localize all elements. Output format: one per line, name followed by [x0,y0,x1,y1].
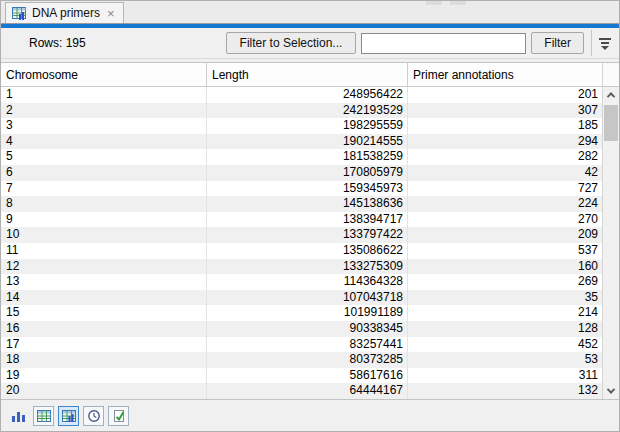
cell-length: 107043718 [207,290,408,306]
tab-bar: DNA primers × [1,1,619,23]
element-info-view-icon[interactable] [108,406,129,426]
dna-primers-table-window: DNA primers × Rows: 195 Filter to Select… [0,0,620,432]
cell-length: 101991189 [207,305,408,321]
table-row[interactable]: 18 80373285 53 [1,352,602,368]
tab-title: DNA primers [32,6,100,20]
cell-primer-annotations: 269 [408,274,602,290]
table-row[interactable]: 15 101991189 214 [1,305,602,321]
cell-primer-annotations: 128 [408,321,602,337]
column-header-length[interactable]: Length [207,63,408,86]
cell-length: 159345973 [207,181,408,197]
advanced-filter-icon[interactable] [597,36,613,51]
cell-primer-annotations: 294 [408,134,602,150]
cell-chromosome: 11 [1,243,207,259]
cell-primer-annotations: 209 [408,227,602,243]
table-row[interactable]: 13 114364328 269 [1,274,602,290]
table-row[interactable]: 9 138394717 270 [1,212,602,228]
table-row[interactable]: 2 242193529 307 [1,103,602,119]
cropped-toolbar-icons [426,1,466,5]
cell-primer-annotations: 42 [408,165,602,181]
cell-length: 80373285 [207,352,408,368]
filter-to-selection-button[interactable]: Filter to Selection... [226,32,357,54]
chevron-down-icon [607,385,615,393]
table-row[interactable]: 6 170805979 42 [1,165,602,181]
cell-chromosome: 17 [1,337,207,353]
cell-chromosome: 10 [1,227,207,243]
cell-chromosome: 19 [1,368,207,384]
table-row[interactable]: 17 83257441 452 [1,337,602,353]
cell-primer-annotations: 307 [408,103,602,119]
filter-button[interactable]: Filter [531,32,584,54]
table-row[interactable]: 11 135086622 537 [1,243,602,259]
filter-input[interactable] [361,33,526,54]
tab-dna-primers[interactable]: DNA primers × [5,2,124,23]
table-body: 1 248956422 201 2 242193529 307 3 198295… [1,87,602,399]
cell-length: 135086622 [207,243,408,259]
cell-length: 170805979 [207,165,408,181]
cell-length: 64444167 [207,383,408,399]
cell-length: 83257441 [207,337,408,353]
scrollbar-thumb[interactable] [604,105,618,141]
history-view-icon[interactable] [83,406,104,426]
cell-length: 181538259 [207,149,408,165]
cell-chromosome: 2 [1,103,207,119]
cell-primer-annotations: 214 [408,305,602,321]
cell-length: 190214555 [207,134,408,150]
cell-chromosome: 16 [1,321,207,337]
table-chart-icon [12,7,27,20]
table-view-icon[interactable] [33,406,54,426]
column-header-chromosome[interactable]: Chromosome [1,63,207,86]
toolbar-separator [591,30,592,56]
table-row[interactable]: 1 248956422 201 [1,87,602,103]
cell-primer-annotations: 132 [408,383,602,399]
tab-close-icon[interactable]: × [107,7,115,20]
cell-primer-annotations: 201 [408,87,602,103]
table-row[interactable]: 8 145138636 224 [1,196,602,212]
cell-chromosome: 9 [1,212,207,228]
cell-primer-annotations: 35 [408,290,602,306]
cell-chromosome: 5 [1,149,207,165]
cell-length: 248956422 [207,87,408,103]
table-row[interactable]: 19 58617616 311 [1,368,602,384]
cell-primer-annotations: 727 [408,181,602,197]
table-row[interactable]: 14 107043718 35 [1,290,602,306]
cell-chromosome: 13 [1,274,207,290]
cell-length: 133797422 [207,227,408,243]
cell-primer-annotations: 224 [408,196,602,212]
cell-length: 114364328 [207,274,408,290]
table-row[interactable]: 10 133797422 209 [1,227,602,243]
table-row[interactable]: 3 198295559 185 [1,118,602,134]
cell-chromosome: 4 [1,134,207,150]
cell-primer-annotations: 537 [408,243,602,259]
chart-view-icon[interactable] [8,406,29,426]
data-table-panel: Chromosome Length Primer annotations 1 2… [1,62,619,400]
table-chart-view-icon[interactable] [58,406,79,426]
cell-chromosome: 7 [1,181,207,197]
cell-length: 198295559 [207,118,408,134]
scroll-down-button[interactable] [603,383,619,399]
table-row[interactable]: 5 181538259 282 [1,149,602,165]
cell-chromosome: 8 [1,196,207,212]
table-row[interactable]: 20 64444167 132 [1,383,602,399]
cell-primer-annotations: 452 [408,337,602,353]
table-header-row: Chromosome Length Primer annotations [1,63,602,87]
scrollbar-track[interactable] [603,103,619,383]
vertical-scrollbar[interactable] [602,63,619,399]
scroll-up-button[interactable] [603,87,619,103]
cell-primer-annotations: 270 [408,212,602,228]
column-header-primer-annotations[interactable]: Primer annotations [408,63,602,86]
cell-primer-annotations: 185 [408,118,602,134]
clock-icon [87,409,101,423]
cell-primer-annotations: 311 [408,368,602,384]
table-row[interactable]: 16 90338345 128 [1,321,602,337]
table-row[interactable]: 12 133275309 160 [1,259,602,275]
cell-length: 90338345 [207,321,408,337]
chevron-up-icon [607,92,615,100]
cell-chromosome: 20 [1,383,207,399]
cell-chromosome: 12 [1,259,207,275]
table-row[interactable]: 7 159345973 727 [1,181,602,197]
cell-chromosome: 1 [1,87,207,103]
table-row[interactable]: 4 190214555 294 [1,134,602,150]
cell-chromosome: 14 [1,290,207,306]
cell-primer-annotations: 160 [408,259,602,275]
